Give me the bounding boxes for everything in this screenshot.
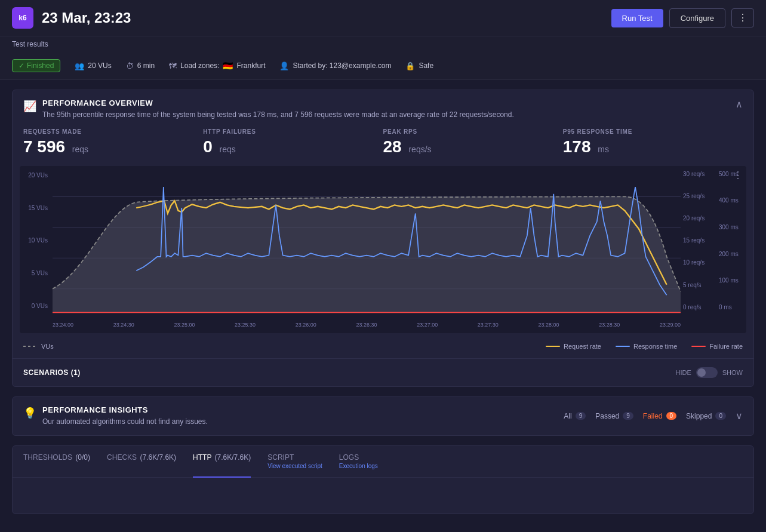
- chart-icon: 📈: [23, 100, 36, 113]
- chart-x-labels: 23:24:00 23:24:30 23:25:00 23:25:30 23:2…: [53, 316, 681, 333]
- toggle-knob: [697, 368, 706, 377]
- metrics-row: REQUESTS MADE 7 596 reqs HTTP FAILURES 0…: [13, 128, 753, 166]
- show-label: SHOW: [722, 369, 743, 376]
- status-badge: ✓ Finished: [12, 59, 60, 72]
- failure-rate-line-icon: [691, 346, 706, 347]
- top-bar-left: k6 23 Mar, 23:23: [12, 7, 131, 29]
- tab-thresholds[interactable]: THRESHOLDS (0/0): [23, 446, 90, 478]
- overview-title: PERFORMANCE OVERVIEW: [42, 99, 514, 107]
- tab-script[interactable]: SCRIPT View executed script: [267, 446, 322, 478]
- configure-button[interactable]: Configure: [669, 8, 725, 28]
- p95-response-metric: P95 RESPONSE TIME 178 ms: [563, 128, 743, 156]
- http-failures-metric: HTTP FAILURES 0 reqs: [203, 128, 383, 156]
- page-title: 23 Mar, 23:23: [42, 10, 131, 26]
- zone-icon: 🗺: [169, 61, 177, 70]
- k6-logo: k6: [12, 7, 33, 29]
- check-icon: ✓: [19, 61, 24, 70]
- panel-header-left: 📈 PERFORMANCE OVERVIEW The 95th percenti…: [23, 99, 514, 120]
- execution-logs-link[interactable]: Execution logs: [339, 463, 378, 469]
- chart-y-labels-left: 20 VUs 15 VUs 10 VUs 5 VUs 0 VUs: [20, 166, 53, 315]
- clock-icon: ⏱: [126, 61, 134, 70]
- overview-subtitle: The 95th percentile response time of the…: [42, 110, 514, 120]
- hide-label: HIDE: [675, 369, 691, 376]
- safe-status: 🔒 Safe: [405, 61, 433, 70]
- tab-checks[interactable]: CHECKS (7.6K/7.6K): [107, 446, 176, 478]
- insights-icon: 💡: [23, 407, 36, 420]
- tab-bar: THRESHOLDS (0/0) CHECKS (7.6K/7.6K) HTTP…: [13, 446, 753, 478]
- insights-subtitle: Our automated algorithms could not find …: [42, 417, 208, 427]
- performance-chart: ⋮ 20 VUs 15 VUs 10 VUs 5 VUs 0 VUs 30 re…: [20, 166, 746, 333]
- lock-icon: 🔒: [405, 61, 415, 70]
- tab-http[interactable]: HTTP (7.6K/7.6K): [193, 446, 251, 478]
- run-test-button[interactable]: Run Test: [611, 9, 663, 27]
- toggle-group: HIDE SHOW: [675, 367, 743, 378]
- view-script-link[interactable]: View executed script: [267, 463, 322, 469]
- more-options-button[interactable]: ⋮: [731, 8, 754, 27]
- chart-y-labels-right1: 30 req/s 25 req/s 20 req/s 15 req/s 10 r…: [681, 166, 716, 315]
- requests-made-metric: REQUESTS MADE 7 596 reqs: [23, 128, 203, 156]
- response-time-line-icon: [616, 346, 630, 347]
- chart-svg: [53, 166, 681, 319]
- status-bar: ✓ Finished 👥 20 VUs ⏱ 6 min 🗺 Load zones…: [0, 54, 766, 80]
- insights-title: PERFORMANCE INSIGHTS: [42, 405, 208, 414]
- performance-insights-panel: 💡 PERFORMANCE INSIGHTS Our automated alg…: [12, 396, 754, 436]
- insights-tabs: All 9 Passed 9 Failed 0 Skipped 0 ∨: [564, 410, 743, 422]
- tab-failed[interactable]: Failed 0: [643, 412, 676, 420]
- started-by-status: 👤 Started by: 123@example.com: [279, 61, 391, 70]
- tab-all[interactable]: All 9: [564, 412, 586, 420]
- insights-header-left: 💡 PERFORMANCE INSIGHTS Our automated alg…: [23, 405, 208, 427]
- collapse-icon[interactable]: ∧: [736, 99, 743, 110]
- insights-header: 💡 PERFORMANCE INSIGHTS Our automated alg…: [13, 397, 753, 435]
- chart-more-icon[interactable]: ⋮: [733, 170, 743, 181]
- main-content: 📈 PERFORMANCE OVERVIEW The 95th percenti…: [0, 80, 766, 528]
- person-icon: 👤: [279, 61, 289, 70]
- scenarios-title: SCENARIOS (1): [23, 368, 81, 377]
- scenarios-toggle[interactable]: [696, 367, 718, 378]
- vus-line-icon: [23, 346, 38, 347]
- duration-status: ⏱ 6 min: [126, 61, 155, 70]
- sub-header: Test results: [0, 36, 766, 54]
- chart-legend: VUs Request rate Response time Failure r…: [13, 338, 753, 358]
- users-icon: 👥: [75, 61, 84, 70]
- legend-request-rate: Request rate: [546, 343, 601, 350]
- top-bar: k6 23 Mar, 23:23 Run Test Configure ⋮: [0, 0, 766, 36]
- tab-content: [13, 478, 753, 513]
- vus-status: 👥 20 VUs: [75, 61, 111, 70]
- request-rate-line-icon: [546, 346, 560, 347]
- bottom-tabs-section: THRESHOLDS (0/0) CHECKS (7.6K/7.6K) HTTP…: [12, 445, 754, 514]
- legend-response-time: Response time: [616, 343, 677, 350]
- panel-header: 📈 PERFORMANCE OVERVIEW The 95th percenti…: [13, 90, 753, 128]
- tab-logs[interactable]: LOGS Execution logs: [339, 446, 378, 478]
- tab-skipped[interactable]: Skipped 0: [686, 412, 726, 420]
- top-bar-right: Run Test Configure ⋮: [611, 8, 754, 28]
- performance-overview-panel: 📈 PERFORMANCE OVERVIEW The 95th percenti…: [12, 90, 754, 387]
- scenarios-bar: SCENARIOS (1) HIDE SHOW: [13, 358, 753, 386]
- legend-failure-rate: Failure rate: [691, 343, 743, 350]
- flag-icon: 🇩🇪: [223, 61, 233, 70]
- load-zones-status: 🗺 Load zones: 🇩🇪 Frankfurt: [169, 61, 265, 70]
- tab-passed[interactable]: Passed 9: [595, 412, 633, 420]
- peak-rps-metric: PEAK RPS 28 reqs/s: [383, 128, 563, 156]
- chart-y-labels-right2: 500 ms 400 ms 300 ms 200 ms 100 ms 0 ms: [716, 166, 746, 315]
- insights-collapse-icon[interactable]: ∨: [736, 410, 743, 422]
- legend-vus: VUs: [23, 343, 54, 350]
